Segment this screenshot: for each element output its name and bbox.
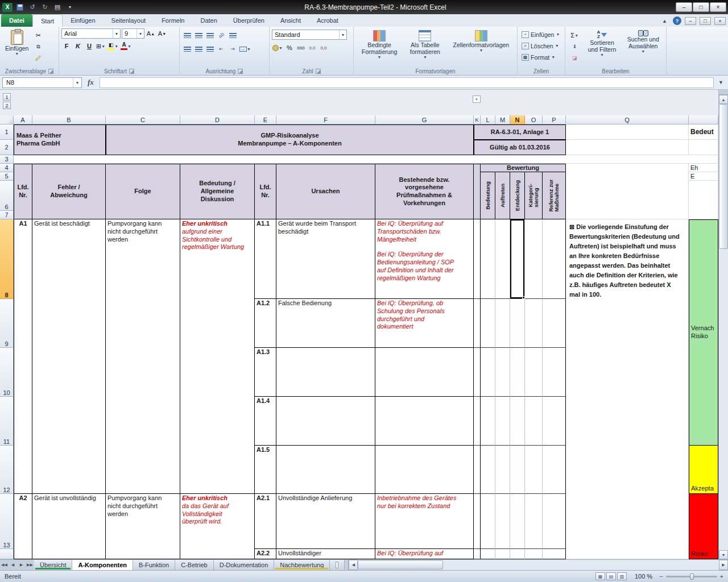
cell-a1-diskussion[interactable]: Eher unkritisch aufgrund einer Sichtkont… <box>180 219 255 494</box>
header-k-spacer[interactable] <box>474 164 481 219</box>
help-icon[interactable]: ? <box>673 16 681 25</box>
zoom-slider[interactable]: − + <box>659 573 723 580</box>
header-rot-kategorisierung[interactable]: Kategori- sierung <box>525 172 543 219</box>
header-bewertung[interactable]: Bewertung <box>481 164 566 172</box>
cell-a1-3-ursache[interactable] <box>276 348 375 397</box>
tab-start[interactable]: Start <box>32 14 63 27</box>
cell-K10[interactable] <box>474 348 481 397</box>
next-sheet-button[interactable]: ▶ <box>17 560 26 570</box>
cell-P10[interactable] <box>543 348 566 397</box>
increase-indent-button[interactable]: ⇥ <box>228 44 238 54</box>
cell-M14[interactable] <box>495 549 510 559</box>
font-color-button[interactable]: A ▼ <box>120 41 132 51</box>
customize-qat-dropdown[interactable]: ▼ <box>65 2 75 12</box>
cell-a1-3-id[interactable]: A1.3 <box>255 348 276 397</box>
align-top-button[interactable] <box>182 30 192 40</box>
cell-partial-e[interactable]: E <box>689 172 718 181</box>
cell-r6-7[interactable] <box>689 181 718 219</box>
row-header-13[interactable]: 13 <box>0 494 14 549</box>
cell-a1-1-ursache[interactable]: Gerät wurde beim Transport beschädigt <box>276 219 375 299</box>
cell-M8[interactable] <box>495 219 510 299</box>
undo-button[interactable]: ↺ <box>27 2 38 12</box>
scroll-right-arrow[interactable]: ▶ <box>719 560 728 570</box>
cell-a1-2-id[interactable]: A1.2 <box>255 299 276 348</box>
clipboard-dialog-launcher-icon[interactable] <box>48 69 53 74</box>
header-rot-bedeutung[interactable]: Bedeutung <box>481 172 495 219</box>
cell-a1-3-pruef[interactable] <box>375 348 474 397</box>
cell-P11[interactable] <box>543 397 566 446</box>
formula-input[interactable] <box>100 77 714 88</box>
cell-N14[interactable] <box>510 549 525 559</box>
header-bedeutung[interactable]: Bedeutung / Allgemeine Diskussion <box>180 164 255 219</box>
cell-a2-1-id[interactable]: A2.1 <box>255 494 276 549</box>
cell-a2-folge[interactable]: Pumpvorgang kann nicht durchgeführt werd… <box>106 494 180 559</box>
prev-sheet-button[interactable]: ◀ <box>9 560 17 570</box>
cell-K9[interactable] <box>474 299 481 348</box>
outline-level-1-button[interactable]: 1 <box>3 93 11 101</box>
cell-N8-selected[interactable] <box>510 219 525 299</box>
zoom-track[interactable] <box>666 576 717 577</box>
cell-a2-2-pruef[interactable]: Bei IQ: Überprüfung auf <box>375 549 474 559</box>
header-fehler[interactable]: Fehler / Abweichung <box>32 164 106 219</box>
sheet-tab-c-betrieb[interactable]: C-Betrieb <box>175 560 213 570</box>
align-right-button[interactable] <box>205 44 215 54</box>
row-header-5[interactable]: 5 <box>0 172 14 181</box>
alignment-dialog-launcher-icon[interactable] <box>238 69 243 74</box>
header-pruef[interactable]: Bestehende bzw. vorgesehene Prüfmaßnahme… <box>375 164 474 219</box>
cell-K14[interactable] <box>474 549 481 559</box>
expand-columns-button[interactable]: + <box>473 95 481 103</box>
header-rot-entdeckung[interactable]: Entdeckung <box>510 172 525 219</box>
col-header-G[interactable]: G <box>375 115 474 124</box>
workbook-restore-button[interactable]: □ <box>700 17 711 25</box>
fill-color-button[interactable]: ◧ ▼ <box>107 41 119 51</box>
zoom-in-button[interactable]: + <box>720 573 723 580</box>
cell-a1-fehler[interactable]: Gerät ist beschädigt <box>32 219 106 494</box>
page-layout-view-button[interactable]: ▤ <box>606 572 616 580</box>
borders-button[interactable]: ⊞▼ <box>96 41 106 51</box>
format-as-table-button[interactable]: Als Tabelle formatieren ▼ <box>407 28 443 67</box>
header-rot-auftreten[interactable]: Auftreten <box>495 172 510 219</box>
col-header-Q[interactable]: Q <box>566 115 689 124</box>
tab-datei[interactable]: Datei <box>1 14 32 27</box>
cell-L10[interactable] <box>481 348 495 397</box>
cell-risk-yellow[interactable]: Akzepta <box>689 446 718 494</box>
row-header-3[interactable]: 3 <box>0 155 14 164</box>
cell-q2[interactable] <box>566 140 689 155</box>
clear-button[interactable]: ◪ <box>569 53 580 63</box>
cell-a1-5-id[interactable]: A1.5 <box>255 446 276 494</box>
row-header-14-partial[interactable] <box>0 549 14 559</box>
align-center-button[interactable] <box>193 44 204 54</box>
workbook-close-button[interactable]: × <box>714 17 726 25</box>
cell-O9[interactable] <box>525 299 543 348</box>
cell-M10[interactable] <box>495 348 510 397</box>
sort-filter-button[interactable]: AZ Sortieren und Filtern ▼ <box>585 28 619 67</box>
last-sheet-button[interactable]: ▶▶ <box>26 560 34 570</box>
scroll-down-arrow[interactable]: ▼ <box>719 550 728 559</box>
outline-level-2-button[interactable]: 2 <box>3 102 11 109</box>
cell-a2-diskussion[interactable]: Eher unkritisch da das Gerät auf Vollstä… <box>180 494 255 559</box>
font-size-combo[interactable]: 9 ▼ <box>122 28 144 39</box>
insert-worksheet-button[interactable] <box>330 560 345 570</box>
align-left-button[interactable] <box>182 44 192 54</box>
cell-N13[interactable] <box>510 494 525 549</box>
cell-a1-2-ursache[interactable]: Falsche Bedienung <box>276 299 375 348</box>
row-3-cells[interactable] <box>14 155 718 164</box>
cell-O12[interactable] <box>525 446 543 494</box>
row-header-4[interactable]: 4 <box>0 164 14 172</box>
cell-P12[interactable] <box>543 446 566 494</box>
cell-L11[interactable] <box>481 397 495 446</box>
name-box[interactable]: N8 ▼ <box>2 77 82 88</box>
split-handle[interactable] <box>719 90 728 95</box>
row-header-7[interactable]: 7 <box>0 211 14 219</box>
grow-font-button[interactable]: A▲ <box>146 28 156 39</box>
header-folge[interactable]: Folge <box>106 164 180 219</box>
expand-formula-bar-icon[interactable]: ▼ <box>716 78 726 87</box>
cell-a1-4-id[interactable]: A1.4 <box>255 397 276 446</box>
cell-a2-2-id[interactable]: A2.2 <box>255 549 276 559</box>
col-header-P[interactable]: P <box>543 115 566 124</box>
autosum-button[interactable]: Σ▼ <box>569 30 580 40</box>
cell-K11[interactable] <box>474 397 481 446</box>
first-sheet-button[interactable]: ◀◀ <box>0 560 9 570</box>
page-break-view-button[interactable]: ▥ <box>617 572 627 580</box>
delete-cells-button[interactable]: × Löschen▼ <box>520 40 562 51</box>
